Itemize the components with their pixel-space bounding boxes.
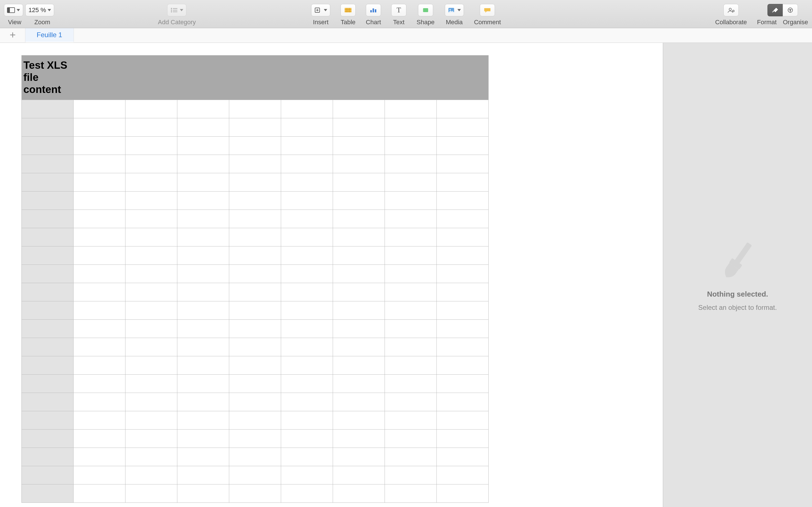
table-cell[interactable] [385,356,437,374]
table-row[interactable] [22,173,489,191]
row-header-cell[interactable] [22,210,73,228]
row-header-cell[interactable] [22,100,73,118]
table-cell[interactable] [125,100,177,118]
table-row[interactable] [22,484,489,503]
table-cell[interactable] [385,100,437,118]
table-cell[interactable] [333,466,385,484]
table-cell[interactable] [125,265,177,283]
table-cell[interactable] [437,118,489,136]
table-cell[interactable] [229,136,281,155]
table-cell[interactable] [333,136,385,155]
table-row[interactable] [22,356,489,374]
table-cell[interactable] [73,393,125,411]
table-cell[interactable] [437,210,489,228]
table-cell[interactable] [437,429,489,448]
table-cell[interactable] [333,173,385,191]
table-title-row[interactable]: Test XLS file content [22,55,489,100]
table-cell[interactable] [437,448,489,466]
table-cell[interactable] [125,356,177,374]
table-cell[interactable] [281,136,333,155]
table-cell[interactable] [281,338,333,356]
table-row[interactable] [22,393,489,411]
table-row[interactable] [22,301,489,320]
table-cell[interactable] [333,155,385,173]
row-header-cell[interactable] [22,246,73,265]
table-cell[interactable] [125,246,177,265]
table-cell[interactable] [229,118,281,136]
row-header-cell[interactable] [22,320,73,338]
spreadsheet-table[interactable]: Test XLS file content [21,55,489,503]
table-row[interactable] [22,448,489,466]
table-cell[interactable] [229,393,281,411]
table-cell[interactable] [333,100,385,118]
table-cell[interactable] [177,356,229,374]
row-header-cell[interactable] [22,393,73,411]
table-cell[interactable] [229,466,281,484]
table-cell[interactable] [437,411,489,429]
table-row[interactable] [22,246,489,265]
table-cell[interactable] [333,393,385,411]
row-header-cell[interactable] [22,411,73,429]
table-cell[interactable] [385,173,437,191]
table-cell[interactable] [125,118,177,136]
table-cell[interactable] [281,155,333,173]
table-cell[interactable] [177,411,229,429]
table-cell[interactable] [281,356,333,374]
table-cell[interactable] [437,320,489,338]
table-cell[interactable] [281,118,333,136]
table-cell[interactable] [333,484,385,503]
table-cell[interactable] [73,191,125,210]
table-cell[interactable] [333,374,385,393]
table-cell[interactable] [333,228,385,246]
table-cell[interactable] [437,246,489,265]
row-header-cell[interactable] [22,466,73,484]
table-cell[interactable] [281,448,333,466]
table-cell[interactable] [437,173,489,191]
table-row[interactable] [22,265,489,283]
table-cell[interactable] [73,246,125,265]
table-cell[interactable] [437,283,489,301]
table-cell[interactable] [125,301,177,320]
table-cell[interactable] [229,155,281,173]
table-cell[interactable] [125,136,177,155]
table-cell[interactable] [177,191,229,210]
table-cell[interactable] [177,100,229,118]
table-cell[interactable] [73,448,125,466]
table-cell[interactable] [229,484,281,503]
insert-button[interactable] [311,4,331,16]
table-cell[interactable] [437,228,489,246]
table-cell[interactable] [73,210,125,228]
row-header-cell[interactable] [22,228,73,246]
table-cell[interactable] [281,228,333,246]
table-cell[interactable] [385,155,437,173]
text-button[interactable]: T [391,4,407,16]
table-row[interactable] [22,210,489,228]
table-row[interactable] [22,320,489,338]
table-cell[interactable] [177,320,229,338]
row-header-cell[interactable] [22,191,73,210]
table-cell[interactable] [177,228,229,246]
table-cell[interactable] [177,265,229,283]
table-row[interactable] [22,411,489,429]
table-cell[interactable] [229,411,281,429]
table-cell[interactable] [125,228,177,246]
table-row[interactable] [22,100,489,118]
row-header-cell[interactable] [22,448,73,466]
table-cell[interactable] [281,246,333,265]
table-cell[interactable] [73,374,125,393]
table-cell[interactable] [229,320,281,338]
table-cell[interactable] [385,228,437,246]
table-cell[interactable] [385,338,437,356]
table-cell[interactable] [281,301,333,320]
table-cell[interactable] [73,283,125,301]
table-cell[interactable] [437,301,489,320]
organise-button[interactable] [783,4,798,16]
add-category-button[interactable] [167,4,186,16]
table-cell[interactable] [281,429,333,448]
table-cell[interactable] [73,338,125,356]
table-row[interactable] [22,283,489,301]
table-cell[interactable] [333,448,385,466]
table-cell[interactable] [177,484,229,503]
table-cell[interactable] [281,173,333,191]
table-cell[interactable] [385,136,437,155]
